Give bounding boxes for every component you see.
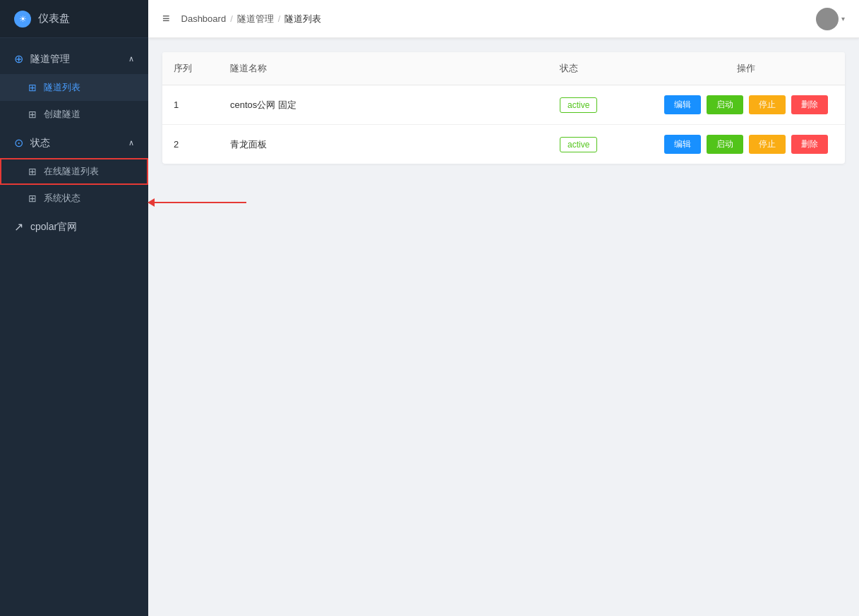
status-badge: active <box>560 97 597 113</box>
user-dropdown-arrow[interactable]: ▾ <box>841 15 845 23</box>
row1-seq: 1 <box>162 85 219 125</box>
row2-edit-button[interactable]: 编辑 <box>664 135 701 154</box>
table-header-row: 序列 隧道名称 状态 操作 <box>162 52 845 85</box>
sidebar-item-online-tunnel-list[interactable]: ⊞ 在线隧道列表 <box>0 158 148 185</box>
row1-actions: 编辑 启动 停止 删除 <box>647 85 845 125</box>
create-tunnel-icon: ⊞ <box>28 109 37 120</box>
row2-stop-button[interactable]: 停止 <box>749 135 786 154</box>
tunnel-mgmt-arrow: ∧ <box>128 54 134 64</box>
table-row: 1 centos公网 固定 active 编辑 启动 停止 删除 <box>162 85 845 125</box>
header-right: ▾ <box>816 8 845 30</box>
table-row: 2 青龙面板 active 编辑 启动 停止 删除 <box>162 125 845 164</box>
row1-start-button[interactable]: 启动 <box>707 95 743 114</box>
system-status-icon: ⊞ <box>28 193 37 204</box>
header: ≡ Dashboard / 隧道管理 / 隧道列表 ▾ <box>148 0 859 38</box>
menu-toggle-icon[interactable]: ≡ <box>162 11 170 26</box>
tunnel-list-icon: ⊞ <box>28 82 37 93</box>
row2-actions: 编辑 启动 停止 删除 <box>647 125 845 164</box>
col-header-name: 隧道名称 <box>219 52 548 85</box>
row1-edit-button[interactable]: 编辑 <box>664 95 701 114</box>
sidebar-menu: ⊕ 隧道管理 ∧ ⊞ 隧道列表 ⊞ 创建隧道 ⊙ 状态 ∧ ⊞ 在线隧道列表 ⊞… <box>0 38 148 616</box>
sidebar-logo-text: 仪表盘 <box>38 12 70 25</box>
col-header-actions: 操作 <box>647 52 845 85</box>
sidebar-item-system-status[interactable]: ⊞ 系统状态 <box>0 185 148 212</box>
status-label: 状态 <box>30 137 50 150</box>
dashboard-icon: ☀ <box>14 11 31 28</box>
online-tunnel-list-icon: ⊞ <box>28 166 37 177</box>
breadcrumb-dashboard[interactable]: Dashboard <box>181 13 227 24</box>
tunnel-list-label: 隧道列表 <box>44 81 80 94</box>
sidebar-item-cpolar-website[interactable]: ↗ cpolar官网 <box>0 212 148 242</box>
create-tunnel-label: 创建隧道 <box>44 108 80 121</box>
row1-status: active <box>548 85 647 125</box>
sidebar-item-create-tunnel[interactable]: ⊞ 创建隧道 <box>0 101 148 128</box>
row1-actions-cell: 编辑 启动 停止 删除 <box>659 95 834 114</box>
system-status-label: 系统状态 <box>44 192 80 205</box>
sidebar-item-tunnel-list[interactable]: ⊞ 隧道列表 <box>0 74 148 101</box>
breadcrumb-sep-2: / <box>278 13 281 24</box>
row2-seq: 2 <box>162 125 219 164</box>
tunnel-mgmt-icon: ⊕ <box>14 52 23 66</box>
col-header-seq: 序列 <box>162 52 219 85</box>
online-tunnel-list-label: 在线隧道列表 <box>44 165 99 178</box>
tunnel-table-container: 序列 隧道名称 状态 操作 1 centos公网 固定 active <box>162 52 845 164</box>
col-header-status: 状态 <box>548 52 647 85</box>
row1-name: centos公网 固定 <box>219 85 548 125</box>
breadcrumb: Dashboard / 隧道管理 / 隧道列表 <box>181 13 322 25</box>
row2-delete-button[interactable]: 删除 <box>791 135 828 154</box>
row1-stop-button[interactable]: 停止 <box>749 95 786 114</box>
row2-start-button[interactable]: 启动 <box>707 135 743 154</box>
breadcrumb-tunnel-mgmt[interactable]: 隧道管理 <box>237 13 274 25</box>
tunnel-table: 序列 隧道名称 状态 操作 1 centos公网 固定 active <box>162 52 845 164</box>
row1-delete-button[interactable]: 删除 <box>791 95 828 114</box>
sidebar-section-tunnel-mgmt[interactable]: ⊕ 隧道管理 ∧ <box>0 44 148 74</box>
sidebar: ☀ 仪表盘 ⊕ 隧道管理 ∧ ⊞ 隧道列表 ⊞ 创建隧道 ⊙ 状态 ∧ ⊞ 在线… <box>0 0 148 616</box>
sidebar-section-status[interactable]: ⊙ 状态 ∧ <box>0 128 148 158</box>
cpolar-website-label: cpolar官网 <box>30 221 77 234</box>
status-arrow: ∧ <box>128 138 134 147</box>
status-icon: ⊙ <box>14 136 23 150</box>
row2-name: 青龙面板 <box>219 125 548 164</box>
breadcrumb-current: 隧道列表 <box>284 13 321 25</box>
main-content: ≡ Dashboard / 隧道管理 / 隧道列表 ▾ 序列 隧道名称 状态 操… <box>148 0 859 616</box>
avatar[interactable] <box>816 8 839 30</box>
status-badge: active <box>560 137 597 152</box>
row2-status: active <box>548 125 647 164</box>
row2-actions-cell: 编辑 启动 停止 删除 <box>659 135 834 154</box>
content-area: 序列 隧道名称 状态 操作 1 centos公网 固定 active <box>148 38 859 616</box>
tunnel-mgmt-label: 隧道管理 <box>30 53 70 66</box>
breadcrumb-sep-1: / <box>230 13 233 24</box>
sidebar-logo[interactable]: ☀ 仪表盘 <box>0 0 148 38</box>
cpolar-website-icon: ↗ <box>14 220 23 234</box>
